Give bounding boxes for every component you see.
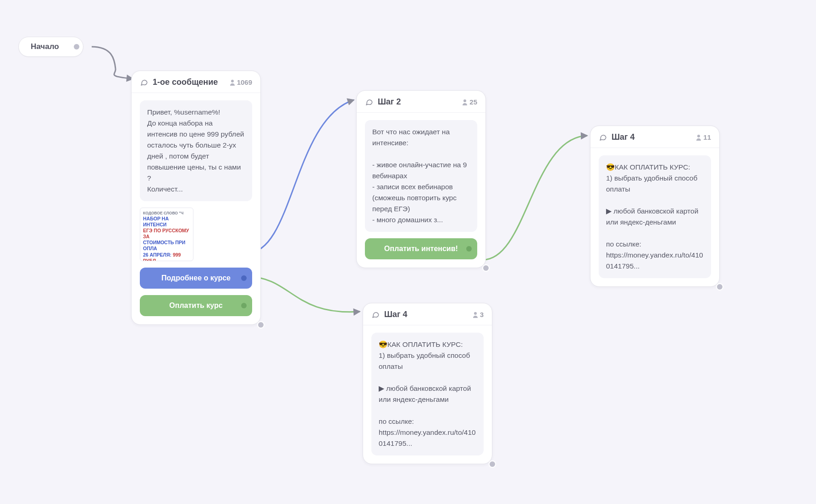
node-title: 1-ое сообщение: [153, 77, 230, 87]
button-pay-course[interactable]: Оплатить курс: [140, 295, 252, 316]
flow-node-1[interactable]: 1-ое сообщение 1069 Привет, %username%! …: [131, 71, 261, 325]
node-header: Шаг 4 3: [363, 303, 492, 325]
user-icon: [462, 99, 468, 105]
node-header: Шаг 4 11: [590, 126, 719, 148]
svg-point-2: [697, 135, 700, 137]
message-text: 😎КАК ОПЛАТИТЬ КУРС: 1) выбрать удобный с…: [371, 333, 484, 455]
chat-icon: [371, 311, 380, 319]
svg-point-3: [474, 312, 477, 315]
flow-node-2[interactable]: Шаг 2 25 Вот что нас ожидает на интенсив…: [356, 90, 486, 268]
port[interactable]: [241, 303, 247, 308]
port[interactable]: [74, 44, 79, 49]
node-header: Шаг 2 25: [357, 91, 485, 113]
port[interactable]: [466, 246, 472, 252]
node-title: Шаг 2: [378, 97, 462, 107]
user-icon: [696, 134, 701, 141]
svg-point-1: [463, 99, 466, 102]
button-label: Оплатить интенсив!: [384, 245, 458, 253]
node-out-port[interactable]: [483, 265, 489, 271]
message-text: 😎КАК ОПЛАТИТЬ КУРС: 1) выбрать удобный с…: [599, 155, 711, 278]
user-count: 3: [473, 311, 484, 318]
button-label: Оплатить курс: [169, 301, 222, 310]
user-count: 25: [462, 98, 477, 106]
flow-node-3[interactable]: Шаг 4 11 😎КАК ОПЛАТИТЬ КУРС: 1) выбрать …: [590, 126, 720, 287]
button-label: Подробнее о курсе: [161, 274, 231, 282]
user-icon: [230, 79, 235, 86]
message-text: Вот что нас ожидает на интенсиве: - живо…: [365, 120, 477, 232]
node-out-port[interactable]: [717, 284, 722, 290]
chat-icon: [365, 98, 373, 106]
chat-icon: [599, 133, 607, 142]
user-count: 11: [696, 133, 711, 141]
node-out-port[interactable]: [490, 461, 495, 467]
user-icon: [473, 312, 478, 318]
button-more-about-course[interactable]: Подробнее о курсе: [140, 268, 252, 289]
start-node[interactable]: Начало: [18, 37, 83, 57]
message-text: Привет, %username%! До конца набора на и…: [140, 100, 252, 201]
button-pay-intensive[interactable]: Оплатить интенсив!: [365, 238, 477, 259]
chat-icon: [140, 78, 148, 87]
start-label: Начало: [31, 42, 59, 51]
attachment-thumbnail[interactable]: КОДОВОЕ СЛОВО "Ч НАБОР НА ИНТЕНСИ ЕГЭ ПО…: [140, 208, 193, 261]
node-title: Шаг 4: [384, 310, 473, 319]
node-out-port[interactable]: [258, 322, 264, 328]
node-title: Шаг 4: [612, 132, 696, 142]
port[interactable]: [241, 275, 247, 281]
svg-point-0: [231, 80, 234, 82]
flow-node-4[interactable]: Шаг 4 3 😎КАК ОПЛАТИТЬ КУРС: 1) выбрать у…: [363, 303, 492, 464]
user-count: 1069: [230, 78, 252, 86]
node-header: 1-ое сообщение 1069: [132, 71, 260, 93]
